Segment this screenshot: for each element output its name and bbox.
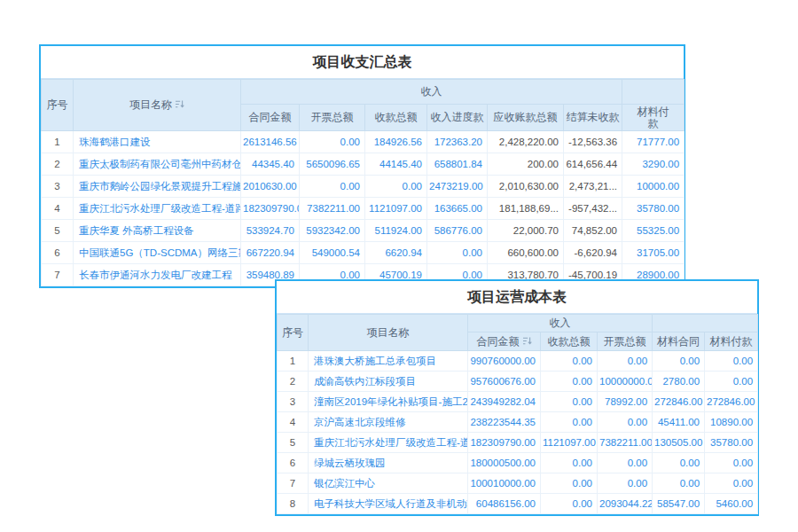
amount-cell[interactable]: 10000000.00 xyxy=(598,372,653,392)
project-name-link[interactable]: 港珠澳大桥施工总承包项目 xyxy=(309,351,468,372)
amount-cell[interactable]: 243949282.04 xyxy=(468,392,541,412)
amount-cell[interactable]: 0.00 xyxy=(541,372,598,392)
amount-cell[interactable]: 7382211.00 xyxy=(598,433,653,453)
column-header-invoiced-total: 开票总额 xyxy=(598,332,653,351)
amount-cell[interactable]: 71777.00 xyxy=(622,131,685,153)
project-name-link[interactable]: 重庆江北污水处理厂级改造工程-道路修复 xyxy=(309,433,468,453)
amount-cell[interactable]: 0.00 xyxy=(427,242,488,264)
amount-cell[interactable]: 163665.00 xyxy=(427,198,488,220)
column-header-contract-amount[interactable]: 合同金额 xyxy=(468,332,541,351)
amount-cell[interactable]: 7382211.00 xyxy=(300,198,365,220)
amount-cell[interactable]: 2613146.56 xyxy=(241,131,300,153)
amount-cell[interactable]: 0.00 xyxy=(705,351,758,372)
amount-cell[interactable]: 533924.70 xyxy=(241,220,300,242)
amount-cell[interactable]: 130505.00 xyxy=(653,433,705,453)
amount-cell[interactable]: 990760000.00 xyxy=(468,351,541,372)
amount-cell[interactable]: 2780.00 xyxy=(653,372,705,392)
amount-cell[interactable]: 0.00 xyxy=(541,494,598,514)
project-name-link[interactable]: 潼南区2019年绿化补贴项目-施工2标段 xyxy=(309,392,468,412)
project-name-link[interactable]: 中国联通5G（TD-SCDMA）网络三期四川工 xyxy=(74,242,241,264)
amount-cell[interactable]: 182309790.00 xyxy=(468,433,541,453)
amount-cell[interactable]: 3290.00 xyxy=(622,153,685,176)
amount-cell[interactable]: 0.00 xyxy=(598,351,653,372)
amount-cell[interactable]: 0.00 xyxy=(705,473,758,494)
amount-cell: -957,432... xyxy=(564,198,622,220)
amount-cell[interactable]: 0.00 xyxy=(541,473,598,494)
project-name-link[interactable]: 电子科技大学区域人行道及非机动车道工 xyxy=(309,494,468,514)
amount-cell[interactable]: 0.00 xyxy=(365,176,427,198)
amount-cell[interactable]: 31705.00 xyxy=(622,242,685,264)
amount-cell[interactable]: 0.00 xyxy=(705,453,758,473)
amount-cell[interactable]: 6620.94 xyxy=(365,242,427,264)
project-name-link[interactable]: 绿城云栖玫瑰园 xyxy=(309,453,468,473)
table-row: 3 重庆市鹅岭公园绿化景观提升工程施工 2010630.00 0.00 0.00… xyxy=(42,176,685,198)
project-name-link[interactable]: 重庆江北污水处理厂级改造工程-道路修复工 xyxy=(74,198,241,220)
column-header-project-name[interactable]: 项目名称 xyxy=(74,80,241,131)
amount-cell[interactable]: 0.00 xyxy=(300,176,365,198)
amount-cell[interactable]: 55325.00 xyxy=(622,220,685,242)
amount-cell[interactable]: 1121097.00 xyxy=(365,198,427,220)
amount-cell[interactable]: 58547.00 xyxy=(653,494,705,514)
amount-cell[interactable]: 0.00 xyxy=(653,351,705,372)
amount-cell[interactable]: 5650096.65 xyxy=(300,153,365,176)
amount-cell[interactable]: 667220.94 xyxy=(241,242,300,264)
project-name-link[interactable]: 成渝高铁内江标段项目 xyxy=(309,372,468,392)
amount-cell[interactable]: 5932342.00 xyxy=(300,220,365,242)
row-index-cell: 7 xyxy=(278,473,309,494)
amount-cell[interactable]: 0.00 xyxy=(653,453,705,473)
column-header-unsettled-amount: 结算未收款 xyxy=(564,105,622,131)
project-name-link[interactable]: 重庆华夏 外高桥工程设备 xyxy=(74,220,241,242)
amount-cell[interactable]: 44145.40 xyxy=(365,153,427,176)
amount-cell[interactable]: 45411.00 xyxy=(653,412,705,433)
amount-cell[interactable]: 0.00 xyxy=(598,473,653,494)
table-title: 项目收支汇总表 xyxy=(41,46,684,79)
amount-cell[interactable]: 0.00 xyxy=(598,412,653,433)
amount-cell[interactable]: 2010630.00 xyxy=(241,176,300,198)
amount-cell[interactable]: 180000500.00 xyxy=(468,453,541,473)
amount-cell[interactable]: 511924.00 xyxy=(365,220,427,242)
amount-cell[interactable]: 0.00 xyxy=(541,412,598,433)
amount-cell[interactable]: 5460.00 xyxy=(705,494,758,514)
amount-cell[interactable]: 10890.00 xyxy=(705,412,758,433)
amount-cell[interactable]: 586776.00 xyxy=(427,220,488,242)
project-name-link[interactable]: 重庆市鹅岭公园绿化景观提升工程施工 xyxy=(74,176,241,198)
amount-cell[interactable]: 0.00 xyxy=(541,392,598,412)
amount-cell[interactable]: 549000.54 xyxy=(300,242,365,264)
amount-cell[interactable]: 2473219.00 xyxy=(427,176,488,198)
amount-cell[interactable]: 35780.00 xyxy=(622,198,685,220)
row-index-cell: 6 xyxy=(42,242,74,264)
amount-cell[interactable]: 172363.20 xyxy=(427,131,488,153)
amount-cell[interactable]: 44345.40 xyxy=(241,153,300,176)
project-name-link[interactable]: 银亿滨江中心 xyxy=(309,473,468,494)
empty-group-header xyxy=(622,80,685,105)
amount-cell[interactable]: 60486156.00 xyxy=(468,494,541,514)
project-name-link[interactable]: 珠海鹤港口建设 xyxy=(74,131,241,153)
amount-cell[interactable]: 35780.00 xyxy=(705,433,758,453)
amount-cell[interactable]: 0.00 xyxy=(653,473,705,494)
amount-cell[interactable]: 78992.00 xyxy=(598,392,653,412)
amount-cell[interactable]: 957600676.00 xyxy=(468,372,541,392)
amount-cell[interactable]: 272846.00 xyxy=(705,392,758,412)
amount-cell[interactable]: 100010000.00 xyxy=(468,473,541,494)
amount-cell[interactable]: 10000.00 xyxy=(622,176,685,198)
project-name-link[interactable]: 京沪高速北京段维修 xyxy=(309,412,468,433)
project-name-link[interactable]: 重庆太极制药有限公司亳州中药材仓储物流 xyxy=(74,153,241,176)
amount-cell[interactable]: 182309790.00 xyxy=(241,198,300,220)
amount-cell: 74,852.00 xyxy=(564,220,622,242)
amount-cell[interactable]: 658801.84 xyxy=(427,153,488,176)
amount-cell[interactable]: 184926.56 xyxy=(365,131,427,153)
table-row: 3 潼南区2019年绿化补贴项目-施工2标段 243949282.04 0.00… xyxy=(278,392,758,412)
amount-cell[interactable]: 0.00 xyxy=(541,453,598,473)
amount-cell[interactable]: 2093044.22 xyxy=(598,494,653,514)
column-group-header-income: 收入 xyxy=(241,80,622,105)
amount-cell[interactable]: 0.00 xyxy=(541,351,598,372)
amount-cell[interactable]: 1121097.00 xyxy=(541,433,598,453)
amount-cell[interactable]: 0.00 xyxy=(300,131,365,153)
amount-cell[interactable]: 0.00 xyxy=(705,372,758,392)
project-name-link[interactable]: 长春市伊通河水力发电厂改建工程 xyxy=(74,264,241,286)
amount-cell: -12,563.36 xyxy=(564,131,622,153)
empty-group-header xyxy=(653,315,758,332)
amount-cell[interactable]: 0.00 xyxy=(598,453,653,473)
amount-cell[interactable]: 238223544.35 xyxy=(468,412,541,433)
amount-cell[interactable]: 272846.00 xyxy=(653,392,705,412)
